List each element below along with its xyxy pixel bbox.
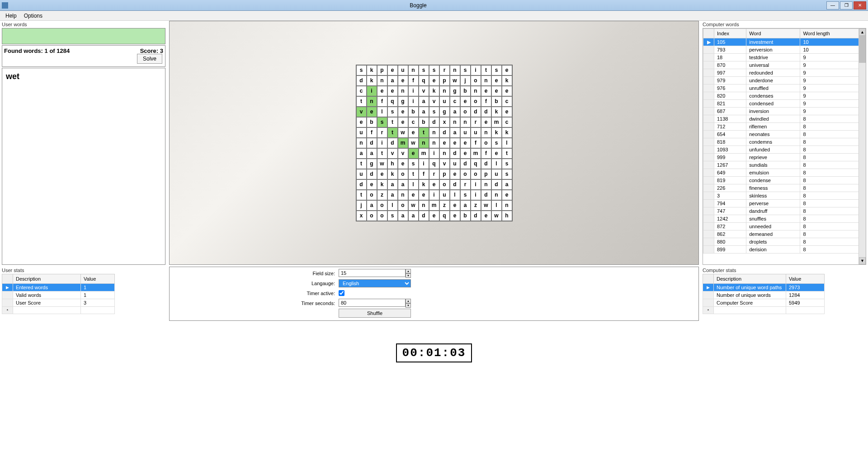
board-cell[interactable]: d xyxy=(491,179,502,190)
board-cell[interactable]: b xyxy=(460,86,471,96)
board-cell[interactable]: m xyxy=(429,200,439,211)
table-row[interactable]: 1267sundials8 xyxy=(703,161,866,169)
board-cell[interactable]: v xyxy=(387,148,398,159)
board-cell[interactable]: o xyxy=(377,200,387,211)
board-cell[interactable]: g xyxy=(450,86,460,96)
board-cell[interactable]: e xyxy=(502,86,512,96)
board-cell[interactable]: t xyxy=(356,159,367,169)
board-cell[interactable]: k xyxy=(387,169,398,179)
board-cell[interactable]: e xyxy=(460,138,471,148)
board-cell[interactable]: n xyxy=(460,117,471,127)
board-cell[interactable]: e xyxy=(398,107,408,117)
board-cell[interactable]: c xyxy=(356,86,367,96)
board-cell[interactable]: i xyxy=(471,65,481,75)
scroll-thumb[interactable] xyxy=(859,36,866,63)
board-cell[interactable]: i xyxy=(367,86,377,96)
board-cell[interactable]: e xyxy=(387,65,398,75)
table-row[interactable]: 979underdone9 xyxy=(703,77,866,85)
table-row[interactable]: 793perversion10 xyxy=(703,46,866,54)
board-cell[interactable]: n xyxy=(398,86,408,96)
board-cell[interactable]: n xyxy=(419,200,429,211)
computer-stats-table[interactable]: DescriptionValue▶Number of unique word p… xyxy=(703,274,825,314)
board-cell[interactable]: d xyxy=(471,107,481,117)
board-cell[interactable]: e xyxy=(502,107,512,117)
table-row[interactable]: 819condense8 xyxy=(703,177,866,184)
board-cell[interactable]: a xyxy=(460,200,471,211)
scroll-down-icon[interactable]: ▼ xyxy=(859,257,866,264)
board-cell[interactable]: n xyxy=(471,86,481,96)
board-cell[interactable]: a xyxy=(419,96,429,107)
board-cell[interactable]: a xyxy=(387,190,398,200)
board-cell[interactable]: o xyxy=(377,211,387,221)
board-cell[interactable]: t xyxy=(408,169,419,179)
board-cell[interactable]: i xyxy=(408,96,419,107)
board-cell[interactable]: d xyxy=(367,138,377,148)
board-cell[interactable]: d xyxy=(356,75,367,86)
spin-down-icon[interactable]: ▼ xyxy=(406,303,411,308)
board-cell[interactable]: f xyxy=(481,96,491,107)
computer-words-table[interactable]: IndexWordWord length ▼▶105investment1079… xyxy=(703,28,866,254)
board-cell[interactable]: n xyxy=(377,75,387,86)
table-row[interactable]: 747dandruff8 xyxy=(703,207,866,215)
table-row[interactable]: Valid words1 xyxy=(2,291,115,299)
board-cell[interactable]: e xyxy=(491,86,502,96)
board-cell[interactable]: c xyxy=(502,117,512,127)
board-cell[interactable]: u xyxy=(356,127,367,138)
board-cell[interactable]: e xyxy=(481,86,491,96)
board-cell[interactable]: e xyxy=(398,117,408,127)
board-cell[interactable]: h xyxy=(387,159,398,169)
board-cell[interactable]: n xyxy=(450,65,460,75)
board-cell[interactable]: n xyxy=(419,138,429,148)
board-cell[interactable]: e xyxy=(439,138,450,148)
board-cell[interactable]: e xyxy=(481,117,491,127)
board-cell[interactable]: e xyxy=(502,190,512,200)
spin-up-icon[interactable]: ▲ xyxy=(406,269,411,273)
spin-up-icon[interactable]: ▲ xyxy=(406,299,411,303)
board-cell[interactable]: k xyxy=(491,107,502,117)
board-cell[interactable]: s xyxy=(387,211,398,221)
board-cell[interactable]: e xyxy=(398,75,408,86)
board-cell[interactable]: e xyxy=(367,179,377,190)
board-cell[interactable]: i xyxy=(471,179,481,190)
board-cell[interactable]: g xyxy=(398,96,408,107)
table-row[interactable]: 226fineness8 xyxy=(703,184,866,192)
board-cell[interactable]: e xyxy=(491,75,502,86)
board-cell[interactable]: n xyxy=(502,200,512,211)
board-cell[interactable]: c xyxy=(450,96,460,107)
board-cell[interactable]: i xyxy=(408,86,419,96)
board-cell[interactable]: e xyxy=(387,86,398,96)
timer-seconds-spinner[interactable]: ▲▼ xyxy=(339,299,411,308)
board-cell[interactable]: z xyxy=(471,200,481,211)
board-cell[interactable]: a xyxy=(367,148,377,159)
board-cell[interactable]: e xyxy=(419,190,429,200)
table-row[interactable]: ▶Entered words1 xyxy=(2,284,115,291)
close-button[interactable]: ✕ xyxy=(854,1,866,9)
board-cell[interactable]: e xyxy=(502,65,512,75)
board-cell[interactable]: i xyxy=(429,148,439,159)
board-cell[interactable]: j xyxy=(356,200,367,211)
board-cell[interactable]: e xyxy=(460,148,471,159)
table-row[interactable]: ▶Number of unique word paths2973 xyxy=(703,284,825,291)
board-cell[interactable]: w xyxy=(481,200,491,211)
board-cell[interactable]: s xyxy=(356,65,367,75)
board-cell[interactable]: u xyxy=(460,127,471,138)
board-cell[interactable]: d xyxy=(387,138,398,148)
board-cell[interactable]: e xyxy=(356,117,367,127)
board-cell[interactable]: t xyxy=(356,190,367,200)
board-cell[interactable]: d xyxy=(481,159,491,169)
board-cell[interactable]: e xyxy=(429,211,439,221)
board-cell[interactable]: q xyxy=(429,159,439,169)
board-cell[interactable]: n xyxy=(481,179,491,190)
board-cell[interactable]: w xyxy=(408,138,419,148)
board-cell[interactable]: e xyxy=(408,148,419,159)
board-cell[interactable]: r xyxy=(460,179,471,190)
board-cell[interactable]: o xyxy=(471,169,481,179)
board-cell[interactable]: b xyxy=(491,96,502,107)
table-row[interactable]: 794perverse8 xyxy=(703,200,866,207)
table-row[interactable]: 687inversion9 xyxy=(703,108,866,115)
board-cell[interactable]: o xyxy=(460,107,471,117)
board-cell[interactable]: a xyxy=(367,200,377,211)
board-cell[interactable]: m xyxy=(419,148,429,159)
table-row[interactable]: 820condenses9 xyxy=(703,92,866,100)
board-cell[interactable]: z xyxy=(377,190,387,200)
